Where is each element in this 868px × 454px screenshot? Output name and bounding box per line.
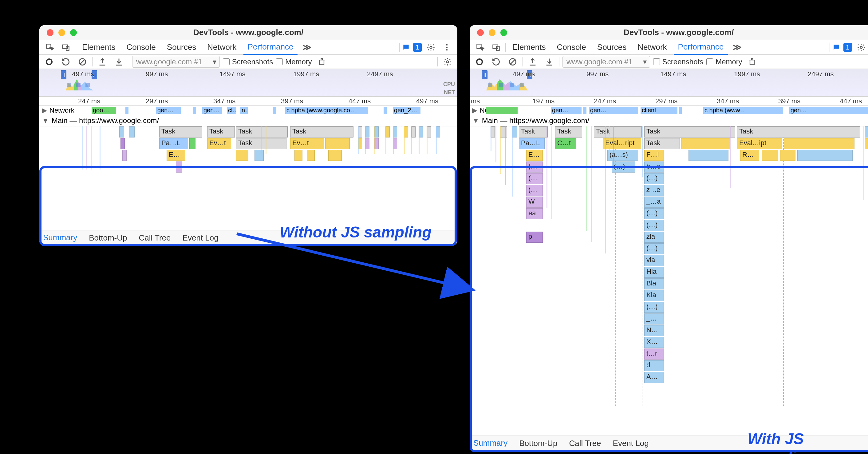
page-selector[interactable]: www.google.com #1 [562, 56, 650, 68]
tab-sources[interactable]: Sources [163, 40, 200, 55]
flame-cell[interactable]: Pa…L [159, 138, 188, 149]
flame-cell[interactable] [307, 150, 315, 161]
flame-cell[interactable]: N… [644, 325, 664, 336]
flame-cell[interactable] [681, 138, 730, 149]
clear-icon[interactable] [75, 55, 89, 68]
download-icon[interactable] [542, 55, 556, 68]
flame-cell[interactable]: (… [526, 173, 543, 184]
flame-cell[interactable]: Task [207, 126, 235, 138]
timeline-overview[interactable]: || || 497 ms 997 ms 1497 ms 1997 ms 2497… [470, 69, 868, 96]
network-bar[interactable]: gen_2… [393, 107, 421, 114]
flame-cell[interactable]: Eval…ript [603, 138, 641, 149]
network-bar[interactable] [125, 107, 128, 114]
network-bar[interactable]: c hpba (www… [703, 107, 783, 114]
network-track[interactable]: ▶Network goo…gen…gen…cl…n…c hpba (www.go… [39, 106, 457, 115]
flame-cell[interactable]: W [526, 197, 543, 208]
network-bar[interactable] [273, 107, 276, 114]
main-thread-header[interactable]: ▼Main — https://www.google.com/ [39, 115, 457, 126]
flame-cell[interactable] [294, 150, 303, 161]
flame-cell[interactable]: (… [526, 185, 543, 196]
inspect-icon[interactable] [473, 40, 487, 54]
tab-call-tree[interactable]: Call Tree [568, 436, 602, 451]
capture-settings-gear-icon[interactable] [441, 55, 454, 68]
issues-button[interactable]: 1 [832, 43, 852, 52]
download-icon[interactable] [112, 55, 126, 68]
flame-cell[interactable]: Task [644, 126, 735, 138]
flame-cell[interactable]: (a…s) [607, 150, 638, 161]
flame-cell[interactable]: A… [644, 372, 664, 383]
collect-garbage-icon[interactable] [315, 55, 329, 68]
flame-cell[interactable] [254, 150, 264, 161]
flame-cell[interactable]: E… [166, 150, 185, 161]
tab-console[interactable]: Console [122, 40, 160, 55]
network-bar[interactable] [383, 107, 387, 114]
kebab-menu-icon[interactable] [440, 40, 454, 54]
flame-cell[interactable] [688, 150, 728, 161]
flame-cell[interactable]: d [644, 360, 664, 371]
tab-performance[interactable]: Performance [674, 40, 728, 55]
main-thread-header[interactable]: ▼Main — https://www.google.com/ [470, 115, 868, 126]
flame-cell[interactable]: zla [644, 232, 664, 243]
clear-icon[interactable] [506, 55, 520, 68]
flame-cell[interactable] [762, 150, 778, 161]
flame-cell[interactable]: Task [594, 126, 642, 138]
network-bar[interactable] [679, 107, 682, 114]
flame-cell[interactable]: (… [526, 162, 543, 173]
flame-cell[interactable]: Task [159, 126, 202, 138]
flame-cell[interactable]: Task [236, 126, 288, 138]
flame-cell[interactable] [784, 138, 855, 149]
network-bar[interactable] [193, 107, 196, 114]
network-bar[interactable]: gen… [789, 107, 868, 114]
flame-cell[interactable] [865, 138, 868, 149]
flame-cell[interactable]: E… [526, 150, 543, 161]
flame-cell[interactable]: C…t [555, 138, 576, 149]
reload-icon[interactable] [489, 55, 503, 68]
flame-cell[interactable]: Task [555, 126, 582, 138]
flame-cell[interactable] [780, 150, 796, 161]
flame-cell[interactable]: (…) [644, 208, 664, 219]
flame-cell[interactable] [797, 150, 852, 161]
tab-event-log[interactable]: Event Log [612, 436, 650, 451]
flame-cell[interactable]: _…a [644, 197, 664, 208]
tab-console[interactable]: Console [552, 40, 590, 55]
flame-cell[interactable]: Task [519, 126, 548, 138]
screenshots-checkbox[interactable]: Screenshots [223, 58, 273, 66]
network-bar[interactable]: gen… [589, 107, 638, 114]
memory-checkbox[interactable]: Memory [276, 58, 312, 66]
record-button[interactable] [42, 55, 56, 68]
network-bar[interactable]: gen… [202, 107, 222, 114]
network-bar[interactable]: c hpba (www.google.co… [285, 107, 368, 114]
reload-icon[interactable] [59, 55, 72, 68]
flame-cell[interactable]: F…l [644, 150, 664, 161]
flame-cell[interactable] [122, 150, 127, 161]
tab-summary[interactable]: Summary [472, 436, 509, 451]
time-ruler[interactable]: 247 ms 297 ms 347 ms 397 ms 447 ms 497 m… [39, 96, 457, 106]
overview-handle-left[interactable]: || [61, 70, 66, 79]
tab-summary[interactable]: Summary [42, 230, 79, 246]
flame-chart[interactable]: TaskTaskTaskTaskTaskPa…LC…tEval…riptTask… [470, 126, 868, 421]
collect-garbage-icon[interactable] [745, 55, 759, 68]
flame-cell[interactable]: (…) [644, 243, 664, 254]
network-track[interactable]: ▶Network gen…gen…clientc hpba (www…gen… [470, 106, 868, 115]
flame-cell[interactable]: (…) [644, 220, 664, 231]
tab-bottom-up[interactable]: Bottom-Up [518, 436, 558, 451]
flame-cell[interactable] [236, 150, 248, 161]
flame-cell[interactable]: t…r [644, 348, 664, 360]
network-bar[interactable]: gen… [551, 107, 582, 114]
tab-call-tree[interactable]: Call Tree [138, 231, 172, 245]
tab-network[interactable]: Network [633, 40, 671, 55]
flame-cell[interactable]: (…) [644, 302, 664, 313]
network-bar[interactable] [583, 107, 586, 114]
tab-network[interactable]: Network [203, 40, 241, 55]
memory-checkbox[interactable]: Memory [706, 58, 742, 66]
tab-sources[interactable]: Sources [593, 40, 631, 55]
flame-cell[interactable]: _… [644, 313, 664, 324]
flame-cell[interactable]: Ev…t [290, 138, 324, 149]
flame-cell[interactable]: Task [290, 126, 353, 138]
tab-bottom-up[interactable]: Bottom-Up [88, 231, 128, 245]
network-bar[interactable]: client [641, 107, 677, 114]
flame-cell[interactable]: vla [644, 255, 664, 266]
flame-chart[interactable]: TaskPa…LE…TaskEv…tTaskTaskTaskEv…t [39, 126, 457, 216]
upload-icon[interactable] [526, 55, 539, 68]
flame-cell[interactable]: ea [526, 208, 543, 219]
